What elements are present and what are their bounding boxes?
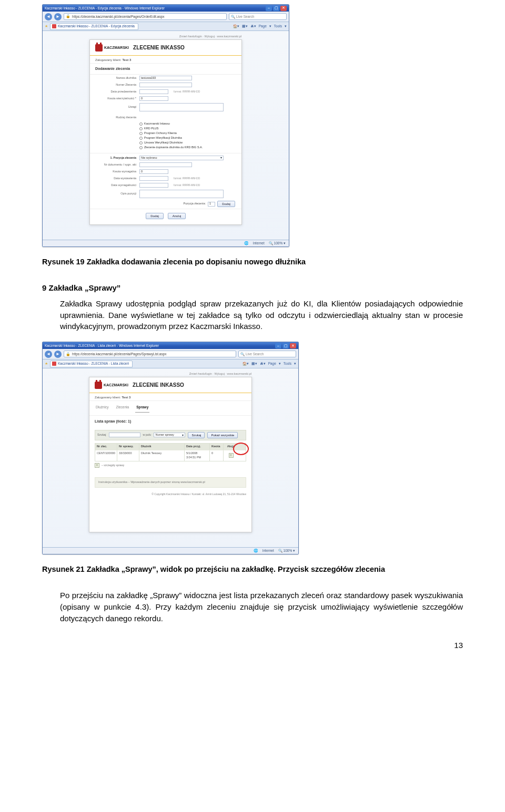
input-nazwa-dluznika[interactable]: testowa193	[139, 76, 192, 80]
figure-caption-19: Rysunek 19 Zakładka dodawania zlecenia p…	[42, 256, 463, 268]
search-placeholder: Live Search	[236, 14, 254, 19]
address-bar[interactable]: 🔒 https://zlecenia.kaczmarski.pl/zleceni…	[64, 351, 236, 357]
radio-opt[interactable]: Program Weryfikacji Dłużnika	[139, 136, 236, 140]
radio-opt[interactable]: Kaczmarski Inkasso	[139, 122, 236, 126]
hint-date-format-3: format: RRRR-MM-DD	[174, 183, 200, 187]
favorites-star-icon[interactable]: ★	[45, 24, 48, 28]
window-maximize-icon[interactable]: ▢	[273, 6, 279, 11]
screenshot-1: Kaczmarski Inkasso - ZLECENIA - Edycja z…	[42, 4, 289, 247]
input-kwota-wierzytelnosci[interactable]: 0	[139, 96, 168, 101]
show-all-button[interactable]: Pokaż wszystkie	[207, 432, 238, 438]
window-close-icon[interactable]: ✕	[280, 6, 287, 11]
lbl-kwota: Kwota wierzytelności *	[95, 97, 136, 101]
filter-field-select[interactable]: Numer sprawy▾	[154, 433, 185, 437]
feeds-icon[interactable]: ▦▾	[242, 24, 248, 28]
textarea-uwagi[interactable]	[139, 103, 224, 111]
figure-caption-21: Rysunek 21 Zakładka „Sprawy”, widok po p…	[42, 564, 463, 575]
ie-toolbar-right: 🏠▾ ▦▾ 🖶▾ Page▾ Tools▾	[233, 24, 287, 28]
table-header: Nr zlec. Nr sprawy. Dłużnik Data przyj. …	[95, 444, 246, 450]
details-icon: ≡	[95, 463, 99, 468]
select-pozycja[interactable]: Nie wybrano ▾	[139, 156, 224, 160]
window-minimize-icon[interactable]: –	[275, 343, 281, 348]
zoom-level[interactable]: 🔍 100% ▾	[278, 548, 295, 553]
logo: KACZMARSKI	[95, 44, 129, 52]
forward-icon[interactable]: ►	[54, 351, 62, 358]
th-nrzlec[interactable]: Nr zlec.	[95, 444, 117, 450]
address-bar[interactable]: 🔒 https://zlecenia.kaczmarski.pl/zleceni…	[64, 13, 227, 20]
window-close-icon[interactable]: ✕	[290, 343, 296, 348]
favorites-star-icon[interactable]: ★	[45, 361, 48, 366]
window-maximize-icon[interactable]: ▢	[282, 343, 289, 348]
search-box[interactable]: 🔍 Live Search	[229, 13, 287, 20]
magnifier-icon: 🔍	[240, 352, 245, 356]
logo-mark-icon	[95, 44, 103, 52]
search-box[interactable]: 🔍 Live Search	[238, 351, 296, 357]
browser-tab[interactable]: Kaczmarski Inkasso - ZLECENIA - Edycja z…	[50, 23, 138, 30]
table-row: CENT/100000 33/33/000 Dłużnik Testowy 5/…	[95, 450, 246, 461]
lock-icon: 🔒	[66, 352, 70, 357]
magnifier-icon: 🔍	[231, 14, 235, 19]
input-pos-number[interactable]: 1	[208, 202, 215, 207]
back-icon[interactable]: ◄	[45, 351, 52, 358]
search-button[interactable]: Szukaj	[188, 432, 205, 438]
filter-input[interactable]	[109, 433, 140, 437]
radio-opt[interactable]: Zlecenie dopisania dłużnika do KRD BIG S…	[139, 146, 236, 150]
browser-tab[interactable]: Kaczmarski Inkasso - ZLECENIA - Lista zl…	[50, 361, 133, 367]
tools-menu[interactable]: Tools	[284, 361, 291, 366]
logo: KACZMARSKI	[95, 382, 128, 389]
input-numer-zlecenia[interactable]	[139, 83, 192, 87]
print-icon[interactable]: 🖶▾	[250, 24, 256, 28]
radio-opt[interactable]: Program Ochrony Klienta	[139, 131, 236, 136]
app-panel: Zmień hasło/login · Wyloguj · www.kaczma…	[89, 39, 242, 225]
th-dluznik[interactable]: Dłużnik	[139, 444, 185, 450]
globe-icon: 🌐	[254, 548, 258, 553]
hint-date-format-1: format: RRRR-MM-DD	[174, 90, 200, 94]
section-9-heading: 9 Zakładka „Sprawy”	[42, 282, 463, 294]
input-kwota-wymagalna[interactable]: 0	[139, 169, 168, 174]
lbl-dwyst: Data wystawienia	[95, 177, 136, 181]
home-icon[interactable]: 🏠▾	[233, 24, 239, 28]
home-icon[interactable]: 🏠▾	[243, 361, 249, 366]
pos-label: Pozycja zlecenia:	[184, 202, 206, 206]
lbl-rodzaj: Rodzaj zlecenia	[95, 116, 136, 120]
radio-opt[interactable]: Umowa Weryfikacji Dłużników	[139, 141, 236, 145]
tools-menu[interactable]: Tools	[274, 24, 282, 28]
lbl-nrzlec: Numer Zlecenia	[95, 83, 136, 87]
top-links[interactable]: Zmień hasło/login · Wyloguj · www.kaczma…	[189, 372, 251, 376]
page-menu[interactable]: Page	[259, 24, 267, 28]
th-nrspr[interactable]: Nr sprawy.	[117, 444, 139, 450]
zoom-level[interactable]: 🔍 100% ▾	[269, 241, 286, 245]
section-9-paragraph: Zakładka Sprawy udostępnia podgląd spraw…	[60, 298, 463, 332]
browser-viewport: Zmień hasło/login · Wyloguj · www.kaczma…	[43, 31, 289, 240]
radio-opt[interactable]: KRD PLUS	[139, 127, 236, 131]
details-icon[interactable]: ≡	[229, 453, 234, 458]
input-data-wystawienia[interactable]	[139, 176, 168, 181]
list-heading: Lista spraw (ilość: 1)	[89, 416, 251, 427]
forward-icon[interactable]: ►	[54, 13, 62, 20]
panel-header: KACZMARSKI ZLECENIE INKASSO	[90, 40, 241, 56]
top-links[interactable]: Zmień hasło/login · Wyloguj · www.kaczma…	[179, 35, 241, 39]
tab-zlecenia[interactable]: Zlecenia	[115, 404, 130, 412]
feeds-icon[interactable]: ▦▾	[251, 361, 257, 366]
th-kwota[interactable]: Kwota	[210, 444, 224, 450]
print-icon[interactable]: 🖶▾	[260, 361, 266, 366]
cell-kwota: 0	[210, 450, 224, 461]
th-akcje: Akcje	[224, 444, 238, 450]
input-nr-dokumentu[interactable]	[139, 162, 192, 167]
instruction-box: Instrukcja użytkownika – Wprowadzanie da…	[95, 477, 246, 488]
back-icon[interactable]: ◄	[45, 13, 52, 20]
window-minimize-icon[interactable]: –	[266, 6, 272, 11]
tab-dluznicy[interactable]: Dłużnicy	[95, 404, 110, 412]
input-data-wymagalnosci[interactable]	[139, 183, 168, 188]
add-position-button[interactable]: Dodaj	[217, 201, 235, 207]
pos-header: 1. Pozycja zlecenia	[95, 156, 136, 160]
th-data[interactable]: Data przyj.	[185, 444, 210, 450]
radio-icon	[139, 122, 143, 126]
page-menu[interactable]: Page	[268, 361, 276, 366]
submit-button[interactable]: Dodaj	[146, 213, 164, 219]
lbl-opis: Opis pozycji	[95, 192, 136, 196]
textarea-opis-pozycji[interactable]	[139, 190, 224, 198]
tab-sprawy[interactable]: Sprawy	[135, 404, 149, 412]
cancel-button[interactable]: Anuluj	[168, 213, 186, 219]
input-data-przedawnienia[interactable]	[139, 89, 168, 94]
